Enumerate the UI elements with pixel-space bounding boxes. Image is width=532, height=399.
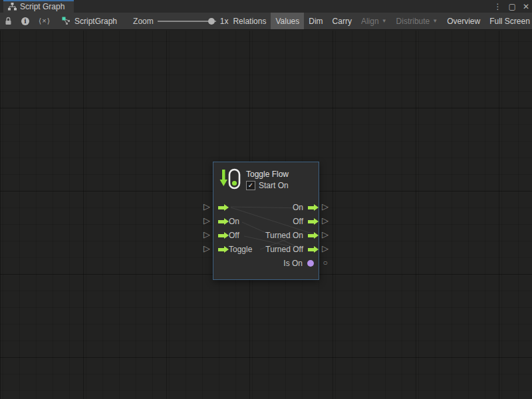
zoom-slider-handle[interactable] bbox=[208, 18, 215, 25]
input-port-label: Toggle bbox=[229, 245, 252, 254]
overview-label: Overview bbox=[447, 17, 480, 26]
inspect-button[interactable]: i bbox=[17, 13, 34, 29]
zoom-control: Zoom 1x bbox=[133, 13, 228, 29]
zoom-label: Zoom bbox=[133, 17, 154, 26]
close-icon[interactable]: ✕ bbox=[523, 3, 529, 11]
distribute-label: Distribute bbox=[396, 17, 430, 26]
outer-output-port[interactable]: ▷ bbox=[321, 202, 330, 211]
start-on-label: Start On bbox=[259, 181, 289, 190]
flow-port-icon[interactable] bbox=[218, 248, 224, 251]
output-port-row[interactable]: On bbox=[293, 203, 314, 212]
outer-output-port[interactable]: ▷ bbox=[321, 216, 330, 225]
lock-button[interactable] bbox=[0, 13, 17, 29]
input-port-label: Off bbox=[229, 231, 239, 240]
input-port-row[interactable]: Off bbox=[218, 231, 239, 240]
values-button[interactable]: Values bbox=[271, 13, 304, 29]
node-title: Toggle Flow bbox=[246, 170, 289, 179]
lock-icon bbox=[5, 17, 12, 25]
relations-button[interactable]: Relations bbox=[228, 13, 271, 29]
outer-input-port[interactable]: ▷ bbox=[202, 202, 211, 211]
code-icon: ⟨×⟩ bbox=[39, 17, 51, 25]
caret-down-icon: ▼ bbox=[432, 18, 438, 24]
tab-script-graph[interactable]: Script Graph bbox=[3, 0, 74, 13]
zoom-value: 1x bbox=[220, 17, 229, 26]
zoom-slider-track[interactable] bbox=[158, 21, 216, 22]
input-port-label: On bbox=[229, 217, 239, 226]
toggle-flow-node[interactable]: Toggle Flow ✓ Start On On Off bbox=[213, 162, 319, 280]
input-port-row[interactable] bbox=[218, 203, 229, 212]
graph-canvas[interactable]: ▷ ▷ ▷ ▷ ▷ ▷ ▷ ▷ ○ bbox=[0, 31, 532, 399]
flow-port-icon[interactable] bbox=[308, 234, 314, 237]
graph-toolbar: i ⟨×⟩ ScriptGraph Zoom 1x Relations bbox=[0, 13, 532, 30]
flow-port-icon[interactable] bbox=[218, 220, 224, 223]
output-port-label: Is On bbox=[283, 259, 303, 268]
input-port-row[interactable]: On bbox=[218, 217, 239, 226]
distribute-dropdown[interactable]: Distribute ▼ bbox=[392, 13, 443, 29]
output-port-row[interactable]: Turned Off bbox=[265, 245, 314, 254]
full-screen-label: Full Screen bbox=[489, 17, 530, 26]
graph-breadcrumb[interactable]: ScriptGraph bbox=[55, 13, 124, 29]
start-on-checkbox[interactable]: ✓ bbox=[246, 181, 255, 190]
tab-title: Script Graph bbox=[20, 2, 65, 11]
output-port-row[interactable]: Is On bbox=[283, 259, 314, 268]
graph-name: ScriptGraph bbox=[74, 17, 117, 26]
outer-output-port[interactable]: ▷ bbox=[321, 230, 330, 239]
carry-button[interactable]: Carry bbox=[328, 13, 356, 29]
maximize-icon[interactable]: ▢ bbox=[509, 3, 516, 11]
node-titlebox: Toggle Flow ✓ Start On bbox=[246, 168, 289, 190]
carry-label: Carry bbox=[332, 17, 352, 26]
edit-source-button[interactable]: ⟨×⟩ bbox=[34, 13, 55, 29]
script-graph-window: Script Graph ⋮ ▢ ✕ i ⟨×⟩ bbox=[0, 0, 532, 399]
outer-output-port[interactable]: ▷ bbox=[321, 244, 330, 253]
align-label: Align bbox=[361, 17, 379, 26]
output-port-label: Turned On bbox=[265, 231, 303, 240]
info-icon: i bbox=[21, 17, 29, 25]
output-port-row[interactable]: Turned On bbox=[265, 231, 314, 240]
tab-bar: Script Graph ⋮ ▢ ✕ bbox=[0, 0, 532, 13]
outer-input-port[interactable]: ▷ bbox=[202, 216, 211, 225]
boolean-port-icon[interactable] bbox=[307, 260, 314, 267]
outer-input-port[interactable]: ▷ bbox=[202, 230, 211, 239]
output-port-label: On bbox=[293, 203, 303, 212]
align-dropdown[interactable]: Align ▼ bbox=[356, 13, 392, 29]
flow-port-icon[interactable] bbox=[218, 234, 224, 237]
toggle-flow-icon bbox=[219, 168, 241, 190]
menu-icon[interactable]: ⋮ bbox=[494, 3, 502, 11]
flow-port-icon[interactable] bbox=[218, 206, 224, 209]
full-screen-button[interactable]: Full Screen bbox=[485, 13, 532, 29]
window-controls: ⋮ ▢ ✕ bbox=[494, 0, 529, 13]
output-port-row[interactable]: Off bbox=[293, 217, 314, 226]
node-header[interactable]: Toggle Flow ✓ Start On bbox=[219, 168, 289, 190]
output-port-label: Turned Off bbox=[265, 245, 303, 254]
script-graph-icon bbox=[62, 17, 70, 25]
input-port-row[interactable]: Toggle bbox=[218, 245, 252, 254]
active-tab-indicator bbox=[3, 0, 74, 1]
values-label: Values bbox=[275, 17, 299, 26]
zoom-slider[interactable] bbox=[158, 18, 216, 25]
flow-port-icon[interactable] bbox=[308, 248, 314, 251]
dim-button[interactable]: Dim bbox=[304, 13, 327, 29]
outer-output-port-circle[interactable]: ○ bbox=[321, 259, 330, 267]
graph-hierarchy-icon bbox=[8, 3, 17, 11]
relations-label: Relations bbox=[233, 17, 266, 26]
dim-label: Dim bbox=[309, 17, 323, 26]
start-on-setting: ✓ Start On bbox=[246, 181, 289, 190]
caret-down-icon: ▼ bbox=[382, 18, 387, 24]
overview-button[interactable]: Overview bbox=[442, 13, 485, 29]
flow-port-icon[interactable] bbox=[308, 220, 314, 223]
output-port-label: Off bbox=[293, 217, 303, 226]
flow-port-icon[interactable] bbox=[308, 206, 314, 209]
outer-input-port[interactable]: ▷ bbox=[202, 244, 211, 253]
